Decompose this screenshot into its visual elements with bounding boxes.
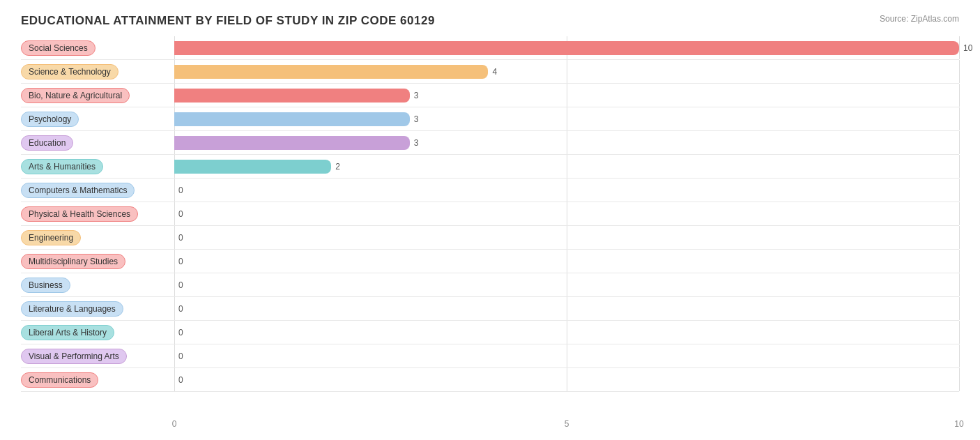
bar-row: Psychology3: [21, 107, 959, 131]
bar-label-pill: Arts & Humanities: [21, 159, 103, 174]
bar-label-wrap: Science & Technology: [21, 64, 174, 79]
bar-value-label: 0: [178, 375, 183, 385]
bar-fill: [174, 89, 410, 103]
bar-value-label: 3: [414, 138, 419, 148]
bar-label-pill: Science & Technology: [21, 64, 118, 79]
bar-row: Visual & Performing Arts0: [21, 344, 959, 368]
x-axis: 0510: [174, 415, 959, 434]
bar-label-wrap: Liberal Arts & History: [21, 325, 174, 340]
bar-label-pill: Communications: [21, 372, 98, 388]
bar-row: Multidisciplinary Studies0: [21, 250, 959, 273]
bar-value-label: 0: [178, 185, 183, 195]
bar-label-wrap: Communications: [21, 372, 174, 388]
bar-row: Arts & Humanities2: [21, 155, 959, 179]
bar-value-label: 0: [178, 304, 183, 314]
bar-label-pill: Physical & Health Sciences: [21, 206, 138, 222]
chart-footer: 0510: [21, 415, 959, 434]
bar-area: 10: [174, 36, 959, 59]
bar-row: Bio, Nature & Agricultural3: [21, 84, 959, 107]
x-tick-label: 10: [954, 419, 963, 429]
chart-body: Social Sciences10Science & Technology4Bi…: [21, 36, 959, 392]
bar-area: 3: [174, 84, 959, 107]
bar-value-label: 0: [178, 351, 183, 361]
bar-area: 0: [174, 202, 959, 225]
chart-header: EDUCATIONAL ATTAINMENT BY FIELD OF STUDY…: [21, 14, 959, 28]
bar-label-wrap: Business: [21, 278, 174, 293]
bar-label-pill: Business: [21, 278, 70, 293]
bar-fill: [174, 136, 410, 150]
bar-label-wrap: Multidisciplinary Studies: [21, 254, 174, 269]
bar-area: 2: [174, 155, 959, 178]
bar-label-wrap: Physical & Health Sciences: [21, 206, 174, 222]
x-tick-label: 5: [565, 419, 569, 429]
bar-row: Education3: [21, 131, 959, 155]
bar-value-label: 10: [963, 43, 972, 53]
bar-row: Science & Technology4: [21, 60, 959, 84]
bar-value-label: 0: [178, 328, 183, 337]
bar-label-pill: Computers & Mathematics: [21, 183, 135, 198]
bar-row: Business0: [21, 273, 959, 297]
bar-fill: [174, 65, 488, 79]
bar-fill: [174, 112, 410, 126]
bar-row: Literature & Languages0: [21, 297, 959, 321]
bar-row: Physical & Health Sciences0: [21, 202, 959, 226]
bar-area: 0: [174, 344, 959, 367]
bar-row: Engineering0: [21, 226, 959, 250]
bar-label-wrap: Engineering: [21, 230, 174, 245]
bar-area: 0: [174, 321, 959, 344]
bar-value-label: 3: [414, 114, 419, 124]
bar-label-pill: Visual & Performing Arts: [21, 349, 127, 364]
bar-value-label: 0: [178, 257, 183, 266]
bar-label-wrap: Literature & Languages: [21, 301, 174, 317]
bar-label-wrap: Bio, Nature & Agricultural: [21, 88, 174, 103]
bar-value-label: 0: [178, 233, 183, 243]
bar-area: 0: [174, 250, 959, 273]
bar-label-wrap: Visual & Performing Arts: [21, 349, 174, 364]
bar-label-pill: Literature & Languages: [21, 301, 123, 317]
bar-area: 3: [174, 107, 959, 130]
bar-area: 3: [174, 131, 959, 154]
bar-value-label: 0: [178, 280, 183, 290]
bar-label-wrap: Computers & Mathematics: [21, 183, 174, 198]
bar-row: Liberal Arts & History0: [21, 321, 959, 344]
bar-row: Social Sciences10: [21, 36, 959, 60]
bar-fill: [174, 160, 331, 174]
bar-label-pill: Multidisciplinary Studies: [21, 254, 125, 269]
bar-row: Communications0: [21, 368, 959, 392]
bar-label-wrap: Psychology: [21, 112, 174, 127]
bar-area: 0: [174, 273, 959, 296]
chart-container: EDUCATIONAL ATTAINMENT BY FIELD OF STUDY…: [0, 0, 980, 440]
bar-row: Computers & Mathematics0: [21, 179, 959, 202]
bar-label-wrap: Social Sciences: [21, 40, 174, 56]
bar-area: 4: [174, 60, 959, 83]
bar-value-label: 2: [335, 162, 340, 172]
chart-title: EDUCATIONAL ATTAINMENT BY FIELD OF STUDY…: [21, 14, 435, 28]
bar-label-pill: Liberal Arts & History: [21, 325, 114, 340]
bar-area: 0: [174, 226, 959, 249]
bar-label-pill: Bio, Nature & Agricultural: [21, 88, 130, 103]
bar-label-wrap: Arts & Humanities: [21, 159, 174, 174]
x-tick-label: 0: [172, 419, 177, 429]
bar-label-pill: Education: [21, 135, 73, 151]
bar-area: 0: [174, 368, 959, 391]
bar-value-label: 4: [492, 67, 497, 77]
bar-area: 0: [174, 297, 959, 320]
bar-value-label: 3: [414, 91, 419, 100]
bar-label-wrap: Education: [21, 135, 174, 151]
bar-value-label: 0: [178, 209, 183, 219]
bar-area: 0: [174, 179, 959, 202]
bar-label-pill: Social Sciences: [21, 40, 95, 56]
bar-label-pill: Psychology: [21, 112, 79, 127]
chart-source: Source: ZipAtlas.com: [880, 14, 959, 24]
bar-label-pill: Engineering: [21, 230, 81, 245]
bar-fill: [174, 41, 959, 55]
